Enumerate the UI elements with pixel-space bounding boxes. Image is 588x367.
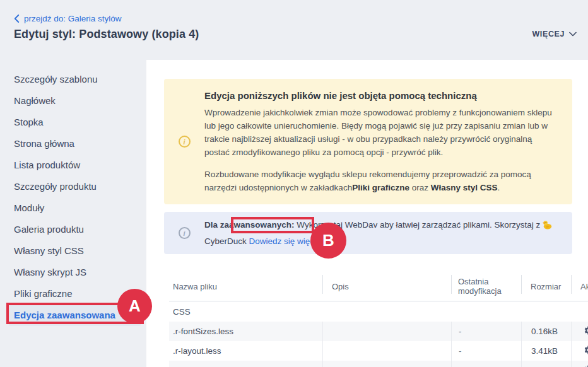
warning-info-icon: i — [179, 136, 191, 148]
warning-banner: i Edycja poniższych plików nie jest obję… — [164, 79, 572, 204]
back-link-label: przejdź do: Galeria stylów — [24, 14, 122, 23]
file-description — [322, 361, 451, 367]
sidebar-item-wlasny-styl-css[interactable]: Własny styl CSS — [0, 240, 146, 262]
file-modified: - — [451, 322, 521, 341]
warning-p2-middle: oraz — [409, 183, 431, 192]
sidebar-item-szczegoly-szablonu[interactable]: Szczegóły szablonu — [0, 69, 146, 90]
column-header-akcje: Akcje — [571, 272, 588, 301]
annotation-circle-a: A — [117, 289, 152, 323]
file-name: .r-mixins.less — [169, 361, 322, 367]
column-header-opis: Opis — [322, 272, 451, 301]
file-size: 2.4kB — [521, 361, 571, 367]
sidebar: Szczegóły szablonu Nagłówek Stopka Stron… — [0, 60, 146, 326]
chevron-left-icon — [14, 15, 20, 23]
annotation-rect-b — [231, 217, 314, 233]
more-button-label: WIĘCEJ — [532, 30, 565, 38]
table-header-row: Nazwa pliku Opis Ostatnia modyfikacja Ro… — [169, 272, 588, 301]
table-row: .r-layout.less - 3.41kB — [169, 341, 588, 361]
column-header-ostatnia-modyfikacja: Ostatnia modyfikacja — [451, 272, 521, 301]
gear-icon[interactable] — [584, 325, 588, 337]
page: przejdź do: Galeria stylów Edytuj styl: … — [0, 0, 588, 367]
file-name: .r-fontSizes.less — [169, 322, 322, 341]
file-name: .r-layout.less — [169, 341, 322, 361]
column-header-rozmiar: Rozmiar — [521, 272, 571, 301]
warning-p2-bold-wlasny-styl-css: Własny styl CSS — [431, 183, 498, 192]
page-title: Edytuj styl: Podstawowy (kopia 4) — [14, 28, 199, 41]
sidebar-item-moduly[interactable]: Moduły — [0, 197, 146, 219]
table-group-row-css: CSS — [169, 301, 588, 322]
file-size: 0.16kB — [521, 322, 571, 341]
table-row: .r-fontSizes.less - 0.16kB — [169, 322, 588, 341]
sidebar-item-strona-glowna[interactable]: Strona główna — [0, 133, 146, 154]
gear-icon[interactable] — [584, 364, 588, 367]
warning-p2-bold-pliki-graficzne: Pliki graficzne — [352, 183, 409, 192]
chevron-down-icon — [569, 30, 577, 38]
warning-title: Edycja poniższych plików nie jest objęta… — [204, 89, 558, 102]
info-line2-text: CyberDuck — [204, 236, 247, 246]
annotation-circle-b: B — [310, 223, 346, 259]
warning-paragraph-1: Wprowadzenie jakichkolwiek zmian może sp… — [204, 106, 558, 159]
file-size: 3.41kB — [521, 341, 571, 361]
file-description — [322, 322, 451, 341]
info-icon: i — [179, 227, 191, 239]
column-header-nazwa-pliku: Nazwa pliku — [169, 272, 322, 301]
sidebar-item-wlasny-skrypt-js[interactable]: Własny skrypt JS — [0, 262, 146, 283]
sidebar-item-stopka[interactable]: Stopka — [0, 112, 146, 133]
file-modified: - — [451, 361, 521, 367]
sidebar-item-lista-produktow[interactable]: Lista produktów — [0, 154, 146, 176]
file-description — [322, 341, 451, 361]
file-table: Nazwa pliku Opis Ostatnia modyfikacja Ro… — [169, 272, 588, 367]
sidebar-item-szczegoly-produktu[interactable]: Szczegóły produktu — [0, 176, 146, 197]
back-link[interactable]: przejdź do: Galeria stylów — [14, 14, 122, 23]
gear-icon[interactable] — [584, 345, 588, 357]
content-panel: i Edycja poniższych plików nie jest obję… — [146, 60, 588, 367]
cyberduck-duck-icon — [542, 219, 552, 234]
table-row: .r-mixins.less - 2.4kB — [169, 361, 588, 367]
sidebar-item-galeria-produktu[interactable]: Galeria produktu — [0, 219, 146, 240]
file-modified: - — [451, 341, 521, 361]
warning-p2-suffix: . — [498, 183, 500, 192]
page-header: przejdź do: Galeria stylów Edytuj styl: … — [0, 0, 588, 60]
more-button[interactable]: WIĘCEJ — [532, 30, 577, 38]
sidebar-item-naglowek[interactable]: Nagłówek — [0, 90, 146, 112]
warning-paragraph-2: Rozbudowane modyfikacje wyglądu sklepu r… — [204, 168, 558, 194]
info-banner: i Dla zaawansowanych: Wykorzystaj WebDav… — [164, 212, 572, 254]
